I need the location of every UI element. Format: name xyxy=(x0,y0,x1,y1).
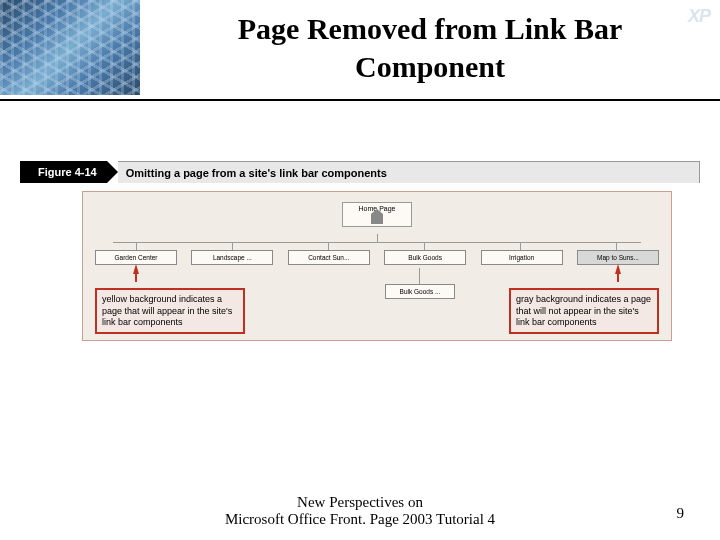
child-label: Irrigation xyxy=(509,254,534,261)
figure-label-bar: Figure 4-14 Omitting a page from a site'… xyxy=(20,161,700,183)
child-node: Bulk Goods xyxy=(384,250,466,265)
title-line-1: Page Removed from Link Bar xyxy=(238,12,622,45)
figure-number: Figure 4-14 xyxy=(34,161,107,183)
slide-footer: New Perspectives on Microsoft Office Fro… xyxy=(0,494,720,528)
tree-connector xyxy=(424,242,425,250)
child-label: Landscape ... xyxy=(213,254,252,261)
title-area: Page Removed from Link Bar Component xyxy=(140,0,720,85)
callout-gray-pages: gray background indicates a page that wi… xyxy=(509,288,659,334)
tree-connector xyxy=(232,242,233,250)
tree-connector xyxy=(616,242,617,250)
callout-yellow-pages: yellow background indicates a page that … xyxy=(95,288,245,334)
child-label: Garden Center xyxy=(115,254,158,261)
child-label: Bulk Goods xyxy=(408,254,442,261)
child-label: Map to Suns... xyxy=(597,254,639,261)
header-decorative-image xyxy=(0,0,140,95)
tree-connector xyxy=(377,234,378,242)
callout-arrow-icon xyxy=(133,264,139,274)
tree-connector xyxy=(520,242,521,250)
figure-bar-accent xyxy=(20,161,34,183)
child-node: Contact Sun... xyxy=(288,250,370,265)
figure-block: Figure 4-14 Omitting a page from a site'… xyxy=(20,161,700,341)
callout-arrow-icon xyxy=(615,264,621,274)
grandchild-node: Bulk Goods ... xyxy=(385,284,455,299)
tree-connector xyxy=(113,242,641,243)
child-node-excluded: Map to Suns... xyxy=(577,250,659,265)
grandchild-label: Bulk Goods ... xyxy=(400,288,441,295)
child-nodes-row: Garden Center Landscape ... Contact Sun.… xyxy=(95,250,659,265)
title-line-2: Component xyxy=(355,50,505,83)
xp-badge: XP xyxy=(688,6,710,27)
tree-connector xyxy=(136,242,137,250)
footer-line-1: New Perspectives on xyxy=(0,494,720,511)
figure-diagram: Home Page Garden Center Landscape ... Co… xyxy=(82,191,672,341)
page-number: 9 xyxy=(677,505,685,522)
home-page-node: Home Page xyxy=(342,202,412,227)
child-node: Garden Center xyxy=(95,250,177,265)
slide-header: Page Removed from Link Bar Component xyxy=(0,0,720,101)
child-label: Contact Sun... xyxy=(308,254,349,261)
child-node: Irrigation xyxy=(481,250,563,265)
tree-connector xyxy=(328,242,329,250)
tree-connector xyxy=(419,268,420,284)
slide-title: Page Removed from Link Bar Component xyxy=(140,10,720,85)
home-icon xyxy=(371,214,383,224)
footer-line-2: Microsoft Office Front. Page 2003 Tutori… xyxy=(0,511,720,528)
figure-caption: Omitting a page from a site's link bar c… xyxy=(118,161,700,183)
child-node: Landscape ... xyxy=(191,250,273,265)
figure-arrow-shape xyxy=(107,161,118,183)
